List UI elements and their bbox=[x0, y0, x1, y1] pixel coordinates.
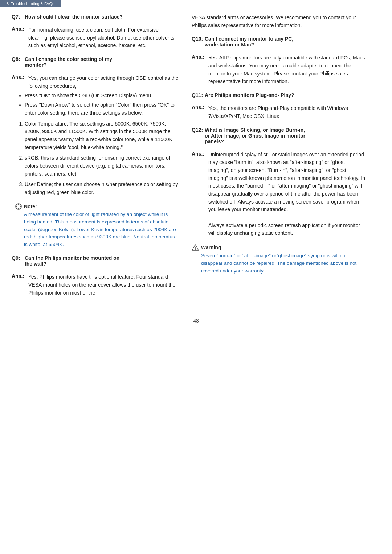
a7-answer: Ans.: For normal cleaning, use a clean, … bbox=[12, 26, 179, 50]
q7-question: Q7: How should I clean the monitor surfa… bbox=[12, 14, 179, 20]
q7-label: Q7: bbox=[12, 14, 25, 20]
a11-text: Yes, the monitors are Plug-and-Play comp… bbox=[208, 104, 366, 120]
a8-label: Ans.: bbox=[12, 74, 28, 90]
a8-block: Ans.: Yes, you can change your color set… bbox=[12, 74, 179, 197]
q12-text: What is Image Sticking, or Image Burn-in… bbox=[205, 127, 305, 144]
q10-label: Q10: bbox=[192, 36, 205, 48]
a9-text: Yes. Philips monitors have this optional… bbox=[28, 273, 179, 297]
header-bar: 8. Troubleshooting & FAQs bbox=[0, 0, 61, 7]
svg-point-8 bbox=[195, 249, 196, 250]
a10-text: Yes. All Philips monitors are fully comp… bbox=[208, 54, 366, 86]
note-text: A measurement of the color of light radi… bbox=[24, 211, 179, 249]
a7-label: Ans.: bbox=[12, 26, 28, 50]
a11-answer: Ans.: Yes, the monitors are Plug-and-Pla… bbox=[192, 104, 366, 120]
warning-header: Warning bbox=[192, 244, 366, 251]
a12-text2: Always activate a periodic screen refres… bbox=[208, 222, 360, 236]
a11-label: Ans.: bbox=[192, 104, 208, 120]
note-label: Note: bbox=[24, 204, 37, 209]
a11-block: Ans.: Yes, the monitors are Plug-and-Pla… bbox=[192, 104, 366, 120]
numbered-item-2: sRGB; this is a standard setting for ens… bbox=[25, 154, 179, 178]
header-label: 8. Troubleshooting & FAQs bbox=[7, 1, 54, 6]
right-column: VESA standard arms or accessories. We re… bbox=[185, 14, 377, 303]
a7-text: For normal cleaning, use a clean, soft c… bbox=[28, 26, 179, 50]
a8-answer: Ans.: Yes, you can change your color set… bbox=[12, 74, 179, 90]
a9-answer: Ans.: Yes. Philips monitors have this op… bbox=[12, 273, 179, 297]
q11-label: Q11: bbox=[192, 92, 205, 98]
a8-numbered: Color Temperature; The six settings are … bbox=[25, 120, 179, 197]
q11-block: Q11: Are Philips monitors Plug-and- Play… bbox=[192, 92, 366, 98]
bullet-item-2: Press "Down Arrow" to select the option … bbox=[25, 101, 179, 117]
left-column: Q7: How should I clean the monitor surfa… bbox=[0, 14, 185, 303]
a9-cont: VESA standard arms or accessories. We re… bbox=[192, 14, 366, 29]
page: 8. Troubleshooting & FAQs Q7: How should… bbox=[0, 0, 392, 554]
q10-block: Q10: Can I connect my monitor to any PC,… bbox=[192, 36, 366, 48]
numbered-item-3: User Define; the user can choose his/her… bbox=[25, 181, 179, 196]
q8-label: Q8: bbox=[12, 56, 25, 68]
q7-block: Q7: How should I clean the monitor surfa… bbox=[12, 14, 179, 20]
q10-question: Q10: Can I connect my monitor to any PC,… bbox=[192, 36, 366, 48]
q12-block: Q12: What is Image Sticking, or Image Bu… bbox=[192, 127, 366, 144]
numbered-item-1: Color Temperature; The six settings are … bbox=[25, 120, 179, 152]
warning-label: Warning bbox=[201, 245, 221, 250]
q12-label: Q12: bbox=[192, 127, 205, 144]
q11-text: Are Philips monitors Plug-and- Play? bbox=[205, 92, 294, 98]
q10-text: Can I connect my monitor to any PC, work… bbox=[205, 36, 293, 48]
svg-point-1 bbox=[17, 205, 20, 208]
q8-question: Q8: Can I change the color setting of my… bbox=[12, 56, 179, 68]
q12-question: Q12: What is Image Sticking, or Image Bu… bbox=[192, 127, 366, 144]
a10-answer: Ans.: Yes. All Philips monitors are full… bbox=[192, 54, 366, 86]
a10-label: Ans.: bbox=[192, 54, 208, 86]
q9-question: Q9: Can the Philips monitor be mounted o… bbox=[12, 255, 179, 267]
bullet-item-1: Press "OK" to show the OSD (On Screen Di… bbox=[25, 92, 179, 100]
a10-block: Ans.: Yes. All Philips monitors are full… bbox=[192, 54, 366, 86]
note-icon bbox=[15, 203, 22, 210]
a9-cont-text: VESA standard arms or accessories. We re… bbox=[192, 14, 366, 29]
a9-label: Ans.: bbox=[12, 273, 28, 297]
a8-bullets: Press "OK" to show the OSD (On Screen Di… bbox=[25, 92, 179, 117]
warning-text: Severe"burn-in" or "after-image" or"ghos… bbox=[201, 252, 366, 275]
q7-text: How should I clean the monitor surface? bbox=[25, 14, 123, 20]
q9-label: Q9: bbox=[12, 255, 25, 267]
a12-answer: Ans.: Uninterrupted display of still or … bbox=[192, 151, 366, 238]
a7-block: Ans.: For normal cleaning, use a clean, … bbox=[12, 26, 179, 50]
note-header: Note: bbox=[15, 203, 179, 210]
page-number: 48 bbox=[0, 318, 392, 327]
content: Q7: How should I clean the monitor surfa… bbox=[0, 7, 392, 314]
a8-text: Yes, you can change your color setting t… bbox=[28, 74, 179, 90]
note-block: Note: A measurement of the color of ligh… bbox=[15, 203, 179, 249]
q9-block: Q9: Can the Philips monitor be mounted o… bbox=[12, 255, 179, 267]
q8-block: Q8: Can I change the color setting of my… bbox=[12, 56, 179, 68]
a12-block: Ans.: Uninterrupted display of still or … bbox=[192, 151, 366, 238]
a12-text: Uninterrupted display of still or static… bbox=[208, 151, 366, 238]
a12-label: Ans.: bbox=[192, 151, 208, 238]
q11-question: Q11: Are Philips monitors Plug-and- Play… bbox=[192, 92, 366, 98]
q8-text: Can I change the color setting of my mon… bbox=[25, 56, 112, 68]
a12-text1: Uninterrupted display of still or static… bbox=[208, 152, 365, 213]
warning-block: Warning Severe"burn-in" or "after-image"… bbox=[192, 244, 366, 275]
warning-icon bbox=[192, 244, 199, 251]
a9-block: Ans.: Yes. Philips monitors have this op… bbox=[12, 273, 179, 297]
q9-text: Can the Philips monitor be mounted on th… bbox=[25, 255, 119, 267]
a9-cont-block: VESA standard arms or accessories. We re… bbox=[192, 14, 366, 29]
